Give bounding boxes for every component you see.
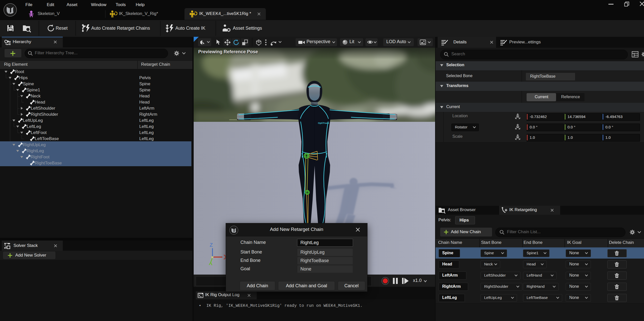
svg-text:OptiTrack: OptiTrack <box>318 122 329 124</box>
svg-text:Z: Z <box>210 242 213 248</box>
